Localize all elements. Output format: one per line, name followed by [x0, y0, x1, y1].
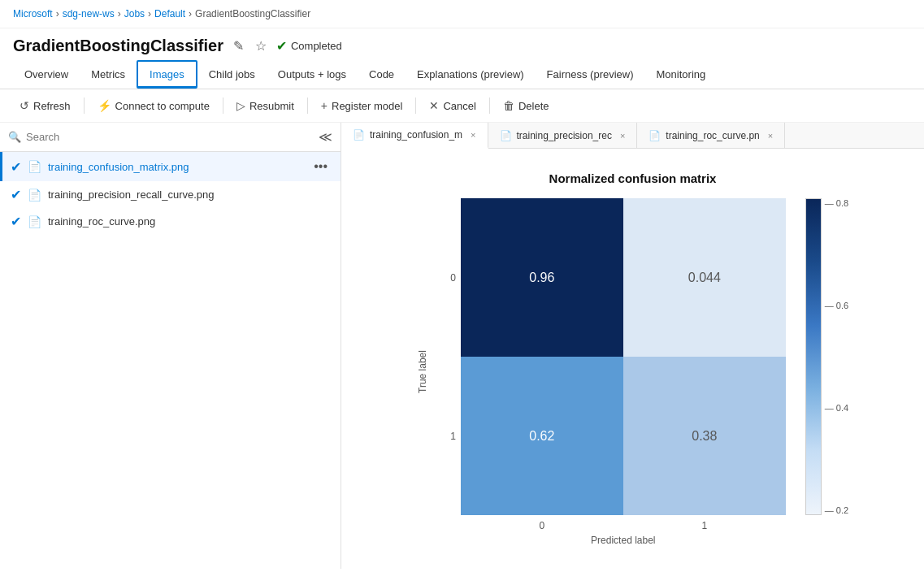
tab-precision-recall[interactable]: 📄 training_precision_rec ×	[488, 123, 638, 148]
cell-1-0: 0.62	[461, 357, 623, 515]
separator	[84, 98, 85, 114]
img-tab-label-1: training_confusion_m	[370, 129, 462, 141]
breadcrumb-default[interactable]: Default	[154, 8, 185, 20]
refresh-icon: ↺	[20, 99, 29, 112]
file-name-roc: training_roc_curve.png	[48, 215, 332, 228]
connect-compute-button[interactable]: ⚡ Connect to compute	[91, 96, 216, 115]
resubmit-icon: ▷	[236, 99, 245, 112]
sidebar-search-bar: 🔍 ≪	[0, 123, 341, 152]
status-icon: ✔	[276, 38, 287, 54]
tab-explanations[interactable]: Explanations (preview)	[406, 62, 536, 87]
separator-3	[307, 98, 308, 114]
page-header: GradientBoostingClassifier ✎ ☆ ✔ Complet…	[0, 28, 924, 60]
connect-compute-label: Connect to compute	[115, 100, 210, 112]
separator-5	[489, 98, 490, 114]
cell-0-1: 0.044	[623, 198, 786, 357]
colorbar-bar	[805, 198, 822, 515]
close-tab-2[interactable]: ×	[620, 131, 625, 141]
tab-file-icon-2: 📄	[500, 130, 512, 141]
cell-value-11: 0.38	[692, 429, 717, 444]
check-icon-2: ✔	[11, 187, 21, 202]
cell-value-01: 0.044	[688, 271, 721, 285]
breadcrumb-jobs[interactable]: Jobs	[124, 8, 145, 20]
toolbar: ↺ Refresh ⚡ Connect to compute ▷ Resubmi…	[0, 89, 924, 123]
refresh-label: Refresh	[33, 100, 71, 112]
check-icon: ✔	[11, 159, 21, 175]
breadcrumb-microsoft[interactable]: Microsoft	[13, 8, 53, 20]
tab-images[interactable]: Images	[137, 60, 197, 89]
tab-file-icon-1: 📄	[353, 129, 365, 141]
search-icon: 🔍	[8, 131, 21, 143]
register-model-label: Register model	[332, 100, 402, 112]
register-model-button[interactable]: + Register model	[315, 96, 410, 115]
file-icon: 📄	[28, 160, 41, 173]
col-label-0: 0	[461, 520, 623, 531]
tab-child-jobs[interactable]: Child jobs	[197, 62, 267, 87]
breadcrumb-workspace[interactable]: sdg-new-ws	[63, 8, 115, 20]
row-label-0: 0	[438, 198, 461, 357]
edit-button[interactable]: ✎	[232, 37, 245, 55]
tab-fairness[interactable]: Fairness (preview)	[536, 62, 645, 87]
y-axis-label: True label	[417, 198, 428, 546]
tab-confusion-matrix[interactable]: 📄 training_confusion_m ×	[341, 123, 488, 149]
cancel-icon: ✕	[429, 99, 439, 112]
chart-container: Normalized confusion matrix True label 0…	[417, 171, 848, 546]
tabs-bar: Overview Metrics Images Child jobs Outpu…	[0, 60, 924, 89]
tab-code[interactable]: Code	[358, 62, 406, 87]
colorbar-label-1: — 0.6	[825, 301, 848, 310]
matrix-row-0: 0 0.96 0.044	[438, 198, 786, 357]
resubmit-button[interactable]: ▷ Resubmit	[230, 96, 301, 115]
file-link-confusion[interactable]: training_confusion_matrix.png	[48, 161, 302, 173]
close-tab-1[interactable]: ×	[471, 130, 475, 140]
tab-outputs-logs[interactable]: Outputs + logs	[267, 62, 358, 87]
row-label-1: 1	[438, 357, 461, 515]
list-item[interactable]: ✔ 📄 training_precision_recall_curve.png	[0, 181, 341, 208]
cancel-label: Cancel	[443, 100, 475, 112]
cell-1-1: 0.38	[623, 357, 786, 515]
colorbar: — 0.8 — 0.6 — 0.4 — 0.2	[805, 198, 848, 546]
image-tabs: 📄 training_confusion_m × 📄 training_prec…	[341, 123, 924, 149]
x-col-labels: 0 1	[461, 515, 786, 531]
collapse-button[interactable]: ≪	[319, 129, 332, 145]
x-axis-label: Predicted label	[461, 535, 786, 546]
colorbar-label-0: — 0.8	[825, 198, 848, 208]
more-options-button[interactable]: •••	[309, 158, 332, 176]
colorbar-labels: — 0.8 — 0.6 — 0.4 — 0.2	[825, 198, 848, 515]
list-item[interactable]: ✔ 📄 training_roc_curve.png	[0, 208, 341, 235]
check-icon-3: ✔	[11, 214, 21, 229]
sidebar: 🔍 ≪ ✔ 📄 training_confusion_matrix.png ••…	[0, 123, 341, 569]
tab-file-icon-3: 📄	[649, 130, 661, 141]
content-panel: 📄 training_confusion_m × 📄 training_prec…	[341, 123, 924, 569]
file-icon-2: 📄	[28, 188, 41, 202]
separator-2	[223, 98, 223, 114]
cell-value-10: 0.62	[529, 429, 554, 444]
file-icon-3: 📄	[28, 215, 41, 228]
star-button[interactable]: ☆	[254, 37, 268, 55]
tab-overview[interactable]: Overview	[13, 62, 80, 87]
separator-4	[415, 98, 416, 114]
close-tab-3[interactable]: ×	[768, 131, 773, 141]
search-input[interactable]	[26, 131, 314, 143]
compute-icon: ⚡	[98, 99, 111, 112]
matrix-body: 0 0.96 0.044 1	[438, 198, 786, 546]
register-icon: +	[321, 99, 328, 112]
delete-button[interactable]: 🗑 Delete	[497, 96, 556, 115]
cell-value-00: 0.96	[529, 271, 554, 285]
img-tab-label-2: training_precision_rec	[517, 130, 612, 141]
img-tab-label-3: training_roc_curve.pn	[666, 130, 759, 141]
list-item[interactable]: ✔ 📄 training_confusion_matrix.png •••	[0, 152, 341, 181]
file-name-precision: training_precision_recall_curve.png	[48, 188, 332, 201]
tab-monitoring[interactable]: Monitoring	[645, 62, 718, 87]
colorbar-label-2: — 0.4	[825, 403, 848, 413]
chart-title: Normalized confusion matrix	[417, 171, 848, 185]
refresh-button[interactable]: ↺ Refresh	[13, 96, 77, 115]
tab-roc-curve[interactable]: 📄 training_roc_curve.pn ×	[637, 123, 785, 148]
tab-metrics[interactable]: Metrics	[80, 62, 137, 87]
cancel-button[interactable]: ✕ Cancel	[423, 96, 482, 115]
page-title: GradientBoostingClassifier	[13, 37, 223, 55]
colorbar-label-3: — 0.2	[825, 505, 848, 515]
matrix-row-1: 1 0.62 0.38	[438, 357, 786, 515]
breadcrumb-current: GradientBoostingClassifier	[195, 8, 310, 20]
main-content: 🔍 ≪ ✔ 📄 training_confusion_matrix.png ••…	[0, 123, 924, 569]
delete-icon: 🗑	[503, 99, 514, 112]
